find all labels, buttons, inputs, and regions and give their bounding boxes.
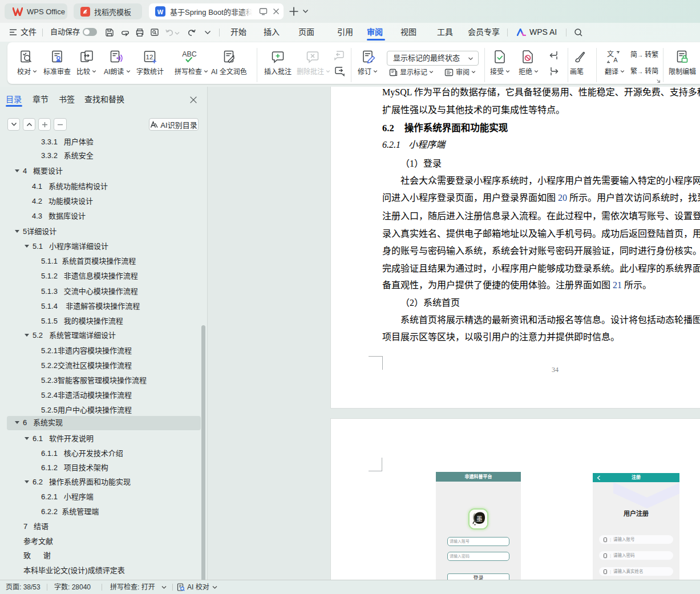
svg-text:文: 文	[607, 50, 614, 58]
svg-text:A: A	[613, 56, 618, 63]
svg-text:ABC: ABC	[182, 50, 197, 58]
svg-text:W: W	[157, 9, 164, 15]
svg-text:12: 12	[146, 54, 153, 60]
